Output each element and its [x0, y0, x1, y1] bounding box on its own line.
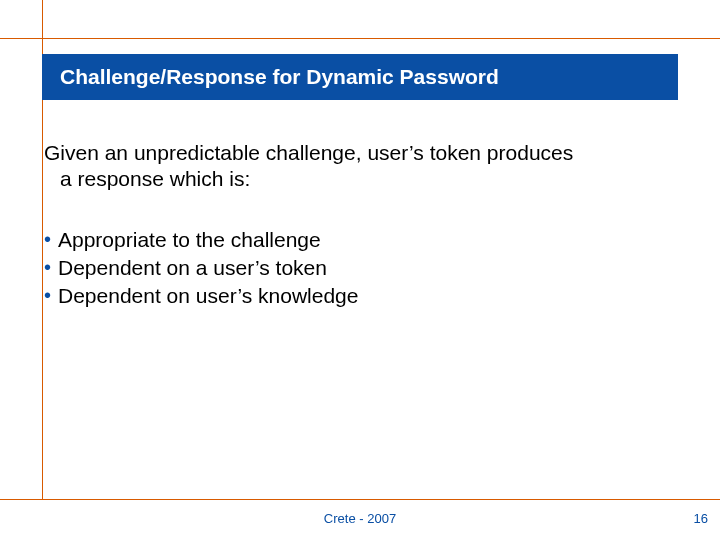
bullet-item: Dependent on user’s knowledge	[44, 283, 678, 309]
slide-body: Given an unpredictable challenge, user’s…	[42, 140, 678, 311]
bullet-item: Dependent on a user’s token	[44, 255, 678, 281]
bullet-item: Appropriate to the challenge	[44, 227, 678, 253]
footer-text: Crete - 2007	[0, 511, 720, 526]
intro-line-1: Given an unpredictable challenge, user’s…	[44, 140, 678, 166]
slide-title: Challenge/Response for Dynamic Password	[60, 65, 499, 89]
intro-text: Given an unpredictable challenge, user’s…	[42, 140, 678, 193]
slide: Challenge/Response for Dynamic Password …	[0, 0, 720, 540]
page-number: 16	[694, 511, 708, 526]
frame-line-bottom	[0, 499, 720, 500]
title-bar: Challenge/Response for Dynamic Password	[42, 54, 678, 100]
frame-line-top	[0, 38, 720, 39]
bullet-list: Appropriate to the challenge Dependent o…	[42, 227, 678, 310]
intro-line-2: a response which is:	[44, 166, 678, 192]
